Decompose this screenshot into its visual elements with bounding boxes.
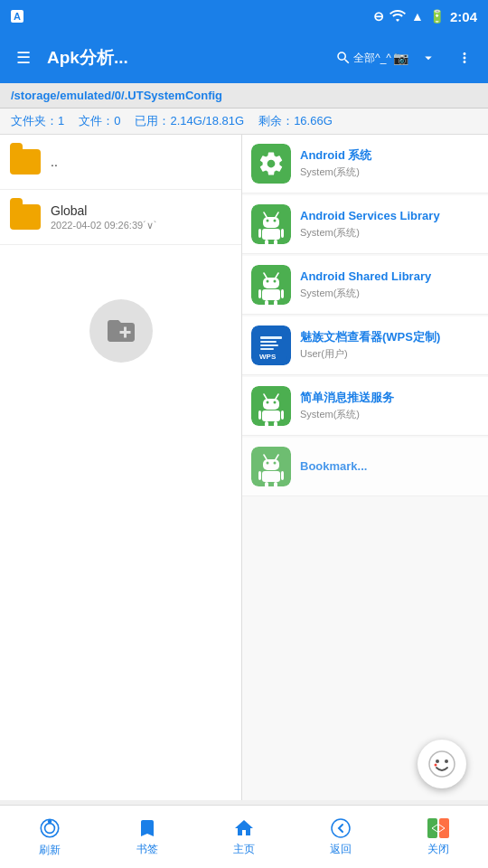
dropdown-button[interactable]	[412, 42, 445, 74]
svg-rect-12	[263, 278, 279, 288]
left-panel: .. Global 2022-04-02 09:26:39´∨`	[0, 135, 242, 800]
svg-rect-36	[281, 410, 284, 420]
svg-point-52	[445, 760, 448, 763]
svg-rect-47	[281, 471, 284, 480]
list-item[interactable]: 简单消息推送服务 System(系统)	[242, 377, 488, 436]
signal-icon: ▲	[411, 9, 424, 24]
time-display: 2:04	[450, 9, 477, 24]
app-icon-android-shared	[251, 265, 291, 305]
app-type: System(系统)	[300, 226, 479, 240]
app-icon-bookmark	[251, 447, 291, 486]
android-icon	[251, 204, 291, 244]
floating-action-button[interactable]	[418, 740, 466, 788]
folder-shape	[10, 204, 41, 230]
nav-close-label: 关闭	[427, 842, 449, 857]
list-item[interactable]: Global 2022-04-02 09:26:39´∨`	[0, 190, 241, 245]
add-folder-button[interactable]	[89, 299, 153, 363]
path-bar: /storage/emulated/0/.UTSystemConfig	[0, 83, 488, 108]
list-item[interactable]: Android Services Library System(系统)	[242, 195, 488, 254]
list-item[interactable]: Android Shared Library System(系统)	[242, 256, 488, 315]
list-item[interactable]: ..	[0, 135, 241, 190]
app-type: System(系统)	[300, 408, 479, 421]
app-type: System(系统)	[300, 287, 479, 300]
svg-rect-25	[260, 344, 278, 346]
svg-point-57	[332, 819, 350, 837]
svg-rect-20	[265, 300, 268, 305]
svg-rect-26	[260, 348, 274, 350]
folder-count: 文件夹：1	[11, 113, 64, 129]
app-name: Android Shared Library	[300, 269, 479, 285]
svg-point-31	[274, 401, 277, 404]
svg-point-2	[267, 220, 269, 222]
wifi-icon	[389, 9, 406, 24]
status-left: A	[11, 10, 23, 23]
search-text: 全部^_^	[353, 51, 391, 66]
app-info: Android Services Library System(系统)	[300, 209, 479, 240]
app-info: 简单消息推送服务 System(系统)	[300, 391, 479, 421]
status-right: ⊖ ▲ 🔋 2:04	[373, 9, 477, 24]
svg-rect-34	[262, 410, 280, 421]
remaining-space: 剩余：16.66G	[258, 113, 333, 129]
current-path: /storage/emulated/0/.UTSystemConfig	[11, 89, 222, 102]
app-name: Android 系统	[300, 148, 479, 164]
nav-home-label: 主页	[233, 842, 255, 857]
svg-rect-1	[263, 217, 279, 228]
nav-close[interactable]: 关闭	[416, 812, 461, 863]
svg-rect-19	[281, 289, 284, 298]
wps-icon: WPS	[251, 326, 291, 365]
app-info: 魅族文档查看器(WPS定制) User(用户)	[300, 330, 479, 361]
list-item[interactable]: Bookmark...	[242, 438, 488, 496]
svg-point-56	[47, 819, 51, 823]
android-icon	[251, 447, 291, 486]
app-type: System(系统)	[300, 165, 479, 179]
file-name: Global	[51, 203, 232, 218]
app-icon-android-system	[251, 144, 291, 184]
svg-point-55	[44, 823, 54, 833]
list-item[interactable]: WPS 魅族文档查看器(WPS定制) User(用户)	[242, 316, 488, 375]
app-type: User(用户)	[300, 347, 479, 361]
block-icon: ⊖	[373, 9, 384, 24]
sim-icon: A	[11, 10, 23, 23]
svg-point-30	[267, 401, 269, 404]
svg-rect-40	[263, 459, 279, 470]
file-info: Global 2022-04-02 09:26:39´∨`	[51, 203, 232, 231]
list-item[interactable]: Android 系统 System(系统)	[242, 135, 488, 193]
svg-rect-37	[265, 421, 268, 426]
file-info: ..	[51, 155, 232, 169]
nav-refresh-label: 刷新	[39, 843, 61, 858]
search-area[interactable]: 全部^_^ 📷	[335, 50, 408, 66]
svg-point-53	[435, 764, 437, 767]
app-name: 简单消息推送服务	[300, 391, 479, 406]
wps-logo: WPS	[255, 329, 287, 362]
svg-rect-18	[258, 289, 261, 298]
bottom-navigation: 刷新 书签 主页 返回 关闭	[0, 805, 488, 868]
more-button[interactable]	[448, 42, 481, 74]
svg-text:WPS: WPS	[259, 353, 277, 361]
file-name: ..	[51, 155, 232, 169]
svg-point-14	[274, 280, 277, 283]
main-content: .. Global 2022-04-02 09:26:39´∨`	[0, 135, 488, 800]
svg-rect-48	[265, 482, 268, 486]
svg-rect-10	[274, 240, 277, 244]
app-name: Android Services Library	[300, 209, 479, 224]
back-icon	[330, 817, 352, 839]
camera-icon: 📷	[393, 51, 408, 65]
menu-button[interactable]: ☰	[7, 42, 40, 74]
nav-home[interactable]: 主页	[222, 812, 266, 863]
nav-back[interactable]: 返回	[319, 812, 362, 863]
svg-rect-8	[281, 229, 284, 238]
svg-rect-35	[258, 410, 261, 420]
android-icon	[251, 386, 291, 426]
app-title: Apk分析...	[47, 46, 328, 70]
app-bar: ☰ Apk分析... 全部^_^ 📷	[0, 33, 488, 83]
app-icon-msg-service	[251, 386, 291, 426]
nav-back-label: 返回	[330, 842, 352, 857]
app-info: Android Shared Library System(系统)	[300, 269, 479, 300]
svg-rect-46	[258, 471, 261, 480]
status-bar: A ⊖ ▲ 🔋 2:04	[0, 0, 488, 33]
emoji-icon	[427, 750, 456, 778]
svg-point-13	[267, 280, 269, 283]
folder-icon	[9, 146, 42, 178]
nav-bookmark[interactable]: 书签	[126, 812, 169, 863]
nav-refresh[interactable]: 刷新	[27, 811, 72, 863]
